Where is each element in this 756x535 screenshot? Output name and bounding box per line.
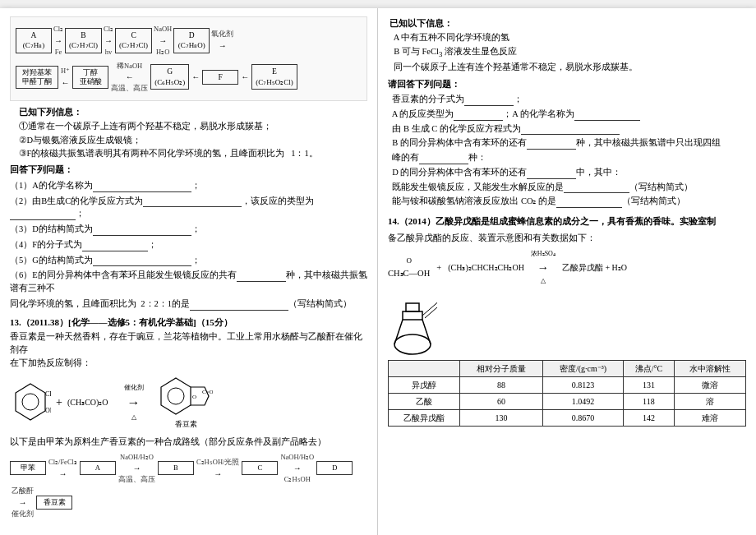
section-13: 13.（2011.38）[化学——选修5：有机化学基础]（15分） 香豆素是一种… — [10, 316, 367, 519]
right-q-5: D 的同分异构体中含有苯环的还有中，其中： — [388, 166, 746, 179]
flow-arrow-1: Cl₂ → Fe — [53, 24, 63, 58]
flow-arrow-7: ← — [191, 71, 200, 83]
lab-flask-svg — [388, 291, 437, 357]
sr-toluene: 甲苯 — [10, 461, 46, 475]
svg-marker-4 — [161, 378, 191, 414]
sr-A: A — [80, 461, 116, 475]
catalyst-text: 催化剂 — [124, 383, 144, 393]
right-panel: 已知以下信息： A 中有五种不同化学环境的氢 B 可与 FeCl3 溶液发生显色… — [378, 8, 756, 535]
col-mw: 相对分子质量 — [459, 361, 543, 377]
acetic-anhydride-formula: (CH₃CO)₂O — [67, 398, 108, 407]
heat-symbol: △ — [131, 413, 136, 422]
known-item-2: ②D与银氨溶液反应生成银镜； — [10, 134, 367, 147]
svg-text:OH: OH — [45, 407, 51, 414]
flow-arrow-6: 稀NaOH ← 高温、高压 — [111, 61, 148, 95]
right-known-B: B 可与 FeCl3 溶液发生显色反应 — [390, 45, 744, 60]
cell-bp-1: 131 — [623, 377, 674, 394]
flow-box-E: E(C₇H₅O₂Cl) — [251, 64, 297, 90]
col-bp: 沸点/°C — [623, 361, 674, 377]
plus-1: + — [56, 394, 62, 411]
flow-arrow-5: H⁺ ← — [61, 66, 70, 89]
page: A(C₇H₈) Cl₂ → Fe B(C₇H₇Cl) Cl₂ → hv C(C₇… — [0, 8, 756, 535]
question-4: （4）F的分子式为； — [10, 238, 367, 251]
col-density: 密度/(g·cm⁻³) — [543, 361, 623, 377]
lab-setup — [388, 291, 746, 357]
cell-mw-2: 60 — [459, 394, 543, 410]
svg-text:CHO: CHO — [45, 390, 51, 398]
flow-box-C: C(C₇H₇Cl) — [115, 28, 152, 53]
cell-sol-2: 溶 — [675, 394, 746, 410]
reactant-1: CHO OH — [10, 380, 51, 425]
known-item-3: ③F的核磁共振氢谱表明其有两种不同化学环境的氢，且峰面积比为 1：1。 — [10, 147, 367, 160]
section-13-title: 13.（2011.38）[化学——选修5：有机化学基础]（15分） — [10, 316, 367, 330]
questions-section: 回答下列问题： （1）A的化学名称为； （2）由B生成C的化学反应方式为，该反应… — [10, 164, 367, 311]
question-6a: （6）E的同分异构体中含有苯环且能发生银镜反应的共有种，其中核磁共振氢谱有三种不 — [10, 269, 367, 295]
salicylaldehyde-svg: CHO OH — [10, 380, 51, 425]
question-6b: 同化学环境的氢，且峰面积比为 2：2：1的是（写结构简式） — [10, 297, 367, 311]
right-q-title: 请回答下列问题： — [388, 78, 746, 91]
right-known-A: A 中有五种不同化学环境的氢 — [390, 31, 744, 44]
flow-arrow-8: ← — [241, 71, 249, 83]
known-info: 已知下列信息： ①通常在一个碳原子上连有两个羟基不稳定，易脱水形成羰基； ②D与… — [10, 106, 367, 160]
svg-marker-0 — [16, 384, 45, 420]
section-14: 14.（2014）乙酸异戊酯是组成蜜蜂信息素的成分之一，具有香蕉的香味。实验室制… — [388, 214, 746, 427]
product-coumarin: O C=O 香豆素 — [159, 374, 213, 431]
flow-arrow-2: Cl₂ → hv — [104, 24, 113, 58]
reactant-2: (CH₃CO)₂O — [67, 395, 108, 409]
cell-mw-1: 88 — [459, 377, 543, 394]
section14-equation: O CH₃C—OH + (CH₃)₂CHCH₂CH₂OH 浓H₂SO₄ → △ … — [388, 249, 746, 286]
right-q-3: 由 B 生成 C 的化学反应方程式为 — [388, 122, 746, 136]
right-q-5b: 能与铵和碳酸氢钠溶液反应放出 CO₂ 的是（写结构简式） — [388, 195, 746, 208]
sr-B: B — [158, 461, 194, 475]
col-substance — [389, 361, 460, 377]
section-14-title: 14.（2014）乙酸异戊酯是组成蜜蜂信息素的成分之一，具有香蕉的香味。实验室制 — [388, 214, 746, 228]
right-q-4: B 的同分异构体中含有苯环的还有种，其中核磁共振氢谱中只出现四组 — [388, 136, 746, 150]
cell-sol-1: 微溶 — [675, 377, 746, 394]
reaction-equation-area: CHO OH + (CH₃CO)₂O 催化剂 → △ — [10, 374, 367, 431]
question-1: （1）A的化学名称为； — [10, 179, 367, 192]
question-5: （5）G的结构简式为； — [10, 254, 367, 267]
svg-line-13 — [422, 299, 437, 316]
sr-arrow-4: NaOH/H₂O → C₂H₅OH — [280, 452, 314, 486]
flow-box-F: F — [202, 70, 238, 85]
flow-box-B: B(C₇H₇Cl) — [65, 28, 102, 53]
answer-title: 回答下列问题： — [10, 164, 367, 177]
cell-name-2: 乙酸 — [389, 394, 460, 410]
section-13-intro-2: 在下加热反应制得： — [10, 357, 367, 370]
cell-mw-3: 130 — [459, 410, 543, 427]
col-solubility: 水中溶解性 — [675, 361, 746, 377]
svg-text:O: O — [192, 394, 196, 400]
left-panel: A(C₇H₈) Cl₂ → Fe B(C₇H₇Cl) Cl₂ → hv C(C₇… — [0, 8, 378, 535]
cell-sol-3: 难溶 — [675, 410, 746, 427]
sr-D: D — [316, 461, 353, 475]
sr-arrow-5: 乙酸酐 → 催化剂 — [12, 486, 34, 519]
synthesis-route: 甲苯 Cl₂/FeCl₃ → A NaOH/H₂O → 高温、高压 B C₂H₅… — [10, 452, 367, 519]
flow-arrow-4: 氧化剂 → — [211, 29, 233, 52]
cell-bp-2: 118 — [623, 394, 674, 410]
flow-box-butanol: 丁醇亚硝酸 — [72, 66, 108, 89]
right-known-C: 同一个碳原子上连有连个羟基通常不稳定，易脱水形成羰基。 — [390, 61, 744, 74]
sr-arrow-1: Cl₂/FeCl₃ → — [48, 457, 77, 480]
cell-bp-3: 142 — [623, 410, 674, 427]
coumarin-label: 香豆素 — [175, 419, 197, 431]
question-3: （3）D的结构简式为； — [10, 223, 367, 236]
acetic-acid: O CH₃C—OH — [388, 256, 430, 279]
data-table: 相对分子质量 密度/(g·cm⁻³) 沸点/°C 水中溶解性 异戊醇 88 0.… — [388, 360, 746, 427]
sec14-arrow: 浓H₂SO₄ → △ — [531, 249, 555, 286]
sr-arrow-2: NaOH/H₂O → 高温、高压 — [118, 452, 155, 486]
flow-row-1: A(C₇H₈) Cl₂ → Fe B(C₇H₇Cl) Cl₂ → hv C(C₇… — [16, 24, 362, 58]
right-q-5a: 既能发生银镜反应，又能发生水解反应的是（写结构简式） — [388, 181, 746, 194]
flow-box-G: G(C₆H₅O₂) — [150, 64, 189, 90]
right-known: 已知以下信息： A 中有五种不同化学环境的氢 B 可与 FeCl3 溶液发生显色… — [388, 17, 746, 73]
right-q-4b: 峰的有种： — [388, 151, 746, 164]
question-2: （2）由B生成C的化学反应方式为，该反应的类型为； — [10, 195, 367, 221]
plus-2: + — [436, 261, 441, 274]
flow-arrow-3: NaOH → H₂O — [154, 24, 172, 58]
reaction-flow-area: A(C₇H₈) Cl₂ → Fe B(C₇H₇Cl) Cl₂ → hv C(C₇… — [10, 16, 367, 101]
section-14-intro: 备乙酸异戊酯的反应、装置示意图和有关数据如下： — [388, 232, 746, 245]
reaction-arrow: 催化剂 → △ — [113, 383, 154, 422]
sr-C: C — [242, 461, 278, 475]
table-row-isoamylalcohol: 异戊醇 88 0.8123 131 微溶 — [389, 377, 746, 394]
cell-name-1: 异戊醇 — [389, 377, 460, 394]
flow-row-2: 对羟基苯甲醛丁酮 H⁺ ← 丁醇亚硝酸 稀NaOH ← 高温、高压 G(C₆H₅… — [16, 61, 362, 95]
